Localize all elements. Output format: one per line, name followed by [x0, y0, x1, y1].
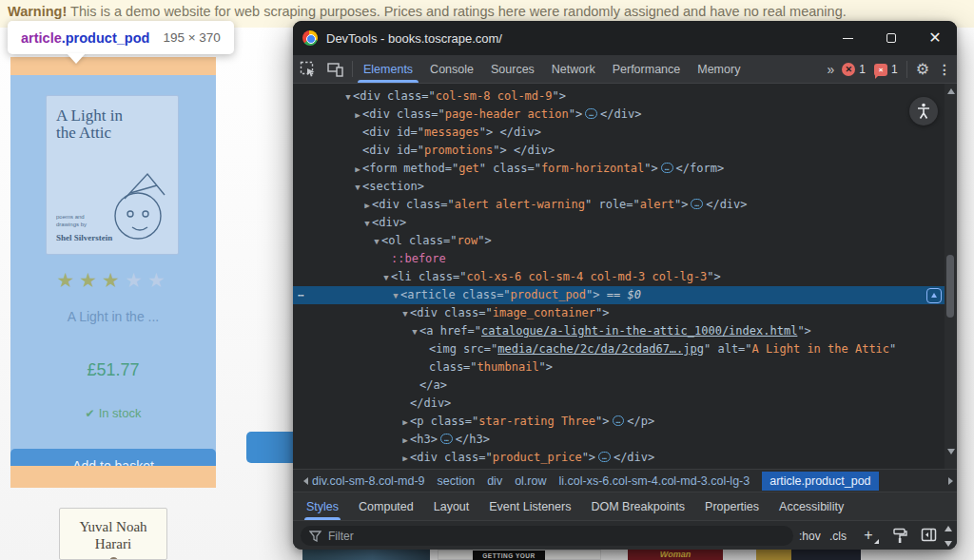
paint-roller-button[interactable] [892, 528, 907, 548]
breadcrumb-item[interactable]: li.col-xs-6.col-sm-4.col-md-3.col-lg-3 [558, 474, 750, 488]
breadcrumb-scroll-right[interactable] [944, 477, 957, 485]
tab-sources[interactable]: Sources [482, 55, 543, 83]
scroll-into-view-icon[interactable] [926, 288, 942, 303]
device-toolbar-button[interactable] [321, 55, 350, 83]
maximize-button[interactable] [869, 21, 913, 55]
pseudo-state-button[interactable]: :hov [799, 521, 821, 550]
expander-open-icon[interactable]: ▼ [362, 215, 372, 233]
close-button[interactable]: ✕ [913, 21, 957, 55]
panel-tab-event-listeners[interactable]: Event Listeners [489, 492, 571, 520]
panel-tab-layout[interactable]: Layout [434, 492, 470, 520]
panel-tab-styles[interactable]: Styles [306, 492, 339, 520]
tree-scrollbar[interactable] [945, 84, 957, 469]
dom-tree-node[interactable]: <div id="messages"> </div> [293, 124, 957, 142]
dom-tree-node[interactable]: <div id="promotions"> </div> [293, 142, 957, 160]
dom-tree-node[interactable]: ▶<div class="alert alert-warning" role="… [293, 196, 957, 214]
expander-open-icon[interactable]: ▼ [372, 233, 381, 251]
scrollbar-up-arrow[interactable] [947, 88, 955, 94]
breadcrumb-item[interactable]: article.product_pod [762, 472, 878, 491]
expander-closed-icon[interactable]: ▶ [400, 432, 410, 450]
styles-filter-input[interactable]: Filter [301, 526, 793, 546]
book-cover-fragment[interactable]: GETTING YOUR [438, 550, 601, 560]
dom-tree-node[interactable]: ▶<p class="star-rating Three">…</p> [293, 413, 957, 431]
dom-tree-node[interactable]: ▶<form method="get" class="form-horizont… [293, 160, 957, 178]
dom-tree-node[interactable]: class="thumbnail"> [293, 358, 957, 377]
dom-tree-node[interactable]: ▶<h3>…</h3> [293, 431, 957, 449]
inline-expand-button[interactable]: … [661, 163, 673, 173]
scrollbar-down-arrow[interactable] [945, 541, 952, 547]
panel-tab-accessibility[interactable]: Accessibility [779, 492, 844, 520]
styles-scrollbar[interactable] [943, 521, 954, 550]
dom-tree-node[interactable]: ▼<div class="col-sm-8 col-md-9"> [293, 87, 957, 106]
expander-open-icon[interactable]: ▼ [400, 305, 410, 323]
inline-expand-button[interactable]: … [598, 452, 611, 462]
dom-tree-node[interactable]: ▼<div> [293, 214, 957, 232]
expander-open-icon[interactable]: ▼ [343, 88, 353, 106]
more-tabs-button[interactable]: » [827, 62, 833, 77]
dom-tree-node[interactable]: ▼<ol class="row"> [293, 232, 957, 250]
code-text: <a href=" [419, 324, 481, 338]
accessibility-fab[interactable] [909, 97, 938, 126]
book-cover-thumbnail[interactable]: A Light in the Attic poems and drawings … [46, 95, 179, 255]
dom-tree-node[interactable]: <img src="media/cache/2c/da/2cdad67….jpg… [293, 340, 957, 358]
scrollbar-down-arrow[interactable] [947, 449, 955, 454]
expander-open-icon[interactable]: ▼ [353, 179, 362, 197]
breadcrumb-scroll-left[interactable] [299, 477, 312, 485]
inline-expand-button[interactable]: … [691, 199, 703, 209]
panel-tab-computed[interactable]: Computed [359, 492, 414, 520]
expander-closed-icon[interactable]: ▶ [362, 197, 372, 215]
expander-open-icon[interactable]: ▼ [391, 287, 400, 305]
expander-open-icon[interactable]: ▼ [410, 323, 419, 341]
new-style-rule-button[interactable]: + [860, 527, 877, 544]
tab-performance[interactable]: Performance [604, 55, 690, 83]
tab-memory[interactable]: Memory [689, 55, 749, 83]
code-text: class=" [429, 360, 477, 374]
dom-tree-node[interactable]: ▶<div class="product_price">…</div> [293, 449, 957, 467]
dom-tree-node[interactable]: ▼<section> [293, 178, 957, 196]
node-menu-dots[interactable]: ⋯ [298, 286, 305, 304]
dom-tree-node[interactable]: ::before [293, 250, 957, 268]
expander-closed-icon[interactable]: ▶ [353, 106, 362, 125]
dom-tree-node[interactable]: ▼<li class="col-xs-6 col-sm-4 col-md-3 c… [293, 268, 957, 286]
sidebar-toggle-button[interactable] [921, 528, 937, 546]
breadcrumb-item[interactable]: div.col-sm-8.col-md-9 [312, 474, 425, 488]
breadcrumb-item[interactable]: section [438, 474, 476, 488]
book-cover-fragment[interactable] [302, 550, 430, 560]
tab-elements[interactable]: Elements [355, 55, 421, 83]
issues-badge[interactable]: ×1 [874, 63, 898, 76]
tab-network[interactable]: Network [543, 55, 604, 83]
settings-gear-button[interactable]: ⚙ [916, 62, 929, 77]
inline-expand-button[interactable]: … [613, 415, 625, 426]
code-text: == $0 [600, 288, 641, 301]
next-book-cover[interactable]: Yuval NoahHarari [59, 508, 167, 560]
breadcrumb-item[interactable]: ol.row [515, 474, 546, 488]
dom-tree-node[interactable]: ▶<div class="page-header action">…</div> [293, 106, 957, 124]
book-cover-fragment[interactable]: Woman [628, 550, 723, 560]
more-options-button[interactable]: ⋮ [938, 62, 951, 77]
book-cover-fragment[interactable] [756, 550, 861, 560]
class-toggle-button[interactable]: .cls [829, 521, 847, 550]
scrollbar-up-arrow[interactable] [945, 526, 952, 531]
scrollbar-thumb[interactable] [946, 255, 954, 318]
dom-tree-node[interactable]: ▼<a href="catalogue/a-light-in-the-attic… [293, 322, 957, 340]
panel-tab-dom-breakpoints[interactable]: DOM Breakpoints [591, 492, 685, 520]
dom-tree-node[interactable]: ▼<div class="image_container"> [293, 304, 957, 322]
expander-closed-icon[interactable]: ▶ [400, 414, 410, 432]
expander-closed-icon[interactable]: ▶ [400, 450, 410, 468]
code-text: page-header action [445, 107, 569, 121]
product-title-link[interactable]: A Light in the ... [10, 309, 216, 324]
panel-tab-properties[interactable]: Properties [705, 492, 759, 520]
inspect-element-button[interactable] [293, 55, 321, 83]
dom-tree-node[interactable]: </div> [293, 395, 957, 413]
inline-expand-button[interactable]: … [440, 434, 453, 444]
console-error-badge[interactable]: ✕1 [842, 63, 866, 76]
devtools-titlebar[interactable]: DevTools - books.toscrape.com/ ✕ [293, 21, 957, 55]
dom-tree-node-selected[interactable]: ⋯▼<article class="product_pod"> == $0 [293, 286, 957, 304]
expander-closed-icon[interactable]: ▶ [353, 161, 362, 179]
breadcrumb-item[interactable]: div [487, 474, 502, 488]
dom-tree-node[interactable]: </a> [293, 377, 957, 395]
minimize-button[interactable] [826, 21, 869, 55]
inline-expand-button[interactable]: … [585, 108, 597, 119]
tab-console[interactable]: Console [421, 55, 482, 83]
expander-open-icon[interactable]: ▼ [381, 269, 391, 287]
